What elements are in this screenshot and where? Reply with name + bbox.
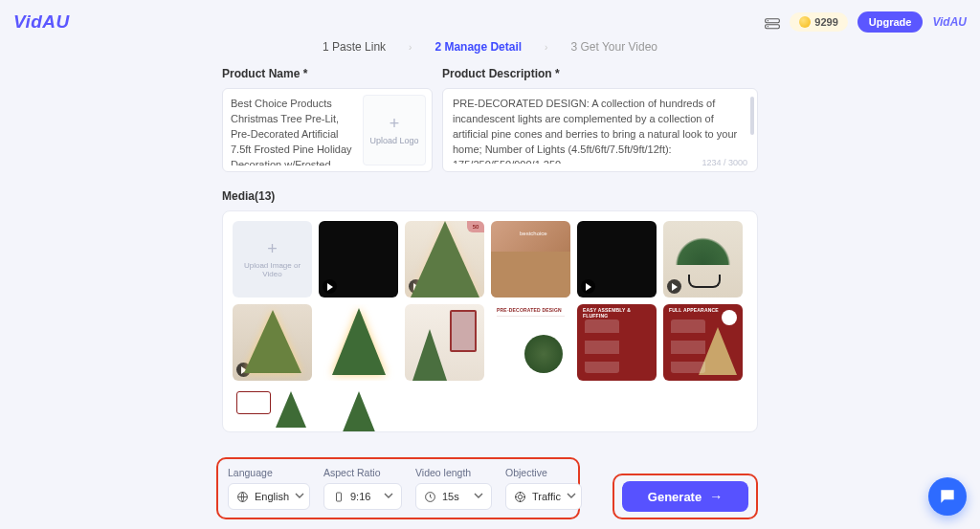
- media-thumb-video[interactable]: 50: [405, 221, 484, 298]
- media-thumb-image[interactable]: [319, 304, 398, 381]
- media-thumb-image[interactable]: [405, 304, 484, 381]
- media-thumb-video[interactable]: [663, 221, 743, 298]
- media-thumb-image[interactable]: [233, 387, 312, 432]
- step-1-paste-link[interactable]: 1 Paste Link: [323, 40, 386, 54]
- chevron-down-icon: [295, 491, 304, 502]
- coin-icon: [799, 16, 811, 28]
- badge: 50: [467, 221, 484, 232]
- upload-media-tile[interactable]: + Upload Image or Video: [233, 221, 312, 298]
- arrow-right-icon: →: [709, 489, 723, 504]
- target-icon: [514, 491, 526, 503]
- chat-fab[interactable]: [928, 477, 967, 516]
- upload-logo-text: Upload Logo: [369, 136, 418, 145]
- phone-portrait-icon: [332, 491, 345, 503]
- brand-small: VidAU: [932, 15, 967, 29]
- main-content: Product Name * Best Choice Products Chri…: [222, 67, 758, 432]
- plus-icon: +: [267, 240, 278, 257]
- play-icon: [323, 279, 337, 294]
- media-thumb-image[interactable]: EASY ASSEMBLY & FLUFFING: [577, 304, 657, 381]
- credits-value: 9299: [814, 16, 837, 28]
- upload-logo-button[interactable]: + Upload Logo: [363, 95, 426, 165]
- media-thumb-video[interactable]: [233, 304, 312, 381]
- media-thumb-image[interactable]: PRE-DECORATED DESIGN: [491, 304, 570, 381]
- bottom-bar: Language English Aspect Ratio 9:16 Video…: [0, 450, 980, 529]
- media-thumb-video[interactable]: [319, 221, 398, 298]
- upgrade-button[interactable]: Upgrade: [858, 11, 924, 33]
- globe-icon: [236, 491, 249, 503]
- media-label: Media(13): [222, 189, 758, 203]
- top-right: 9299 Upgrade VidAU: [765, 11, 967, 33]
- generate-highlight: Generate →: [612, 474, 758, 519]
- box-logo-text: bestchoice: [520, 231, 547, 236]
- language-dropdown[interactable]: English: [228, 483, 310, 510]
- svg-rect-5: [336, 493, 341, 501]
- language-label: Language: [228, 467, 310, 478]
- svg-point-3: [768, 26, 768, 27]
- chevron-right-icon: ›: [409, 42, 412, 53]
- aspect-ratio-value: 9:16: [350, 491, 370, 502]
- char-count: 1234 / 3000: [702, 158, 747, 167]
- objective-label: Objective: [505, 467, 582, 478]
- chevron-down-icon: [567, 491, 576, 502]
- generate-button[interactable]: Generate →: [622, 481, 748, 512]
- wizard-steps: 1 Paste Link › 2 Manage Detail › 3 Get Y…: [0, 40, 980, 54]
- card-title: EASY ASSEMBLY & FLUFFING: [583, 307, 657, 319]
- objective-value: Traffic: [532, 491, 561, 502]
- product-description-card: PRE-DECORATED DESIGN: A collection of hu…: [442, 88, 758, 172]
- video-length-dropdown[interactable]: 15s: [415, 483, 492, 510]
- aspect-ratio-dropdown[interactable]: 9:16: [323, 483, 402, 510]
- logo: VidAU: [13, 11, 70, 33]
- svg-point-8: [518, 495, 522, 498]
- card-title: FULL APPEARANCE: [669, 307, 719, 313]
- video-length-value: 15s: [442, 491, 459, 502]
- chevron-down-icon: [474, 491, 483, 502]
- play-icon: [581, 279, 595, 294]
- play-icon: [667, 279, 681, 294]
- play-icon: [409, 279, 423, 294]
- play-icon: [495, 279, 509, 294]
- step-3-get-video: 3 Get Your Video: [570, 40, 657, 54]
- step-2-manage-detail[interactable]: 2 Manage Detail: [434, 40, 522, 54]
- language-value: English: [255, 491, 289, 502]
- media-thumb-image[interactable]: [319, 387, 398, 432]
- generation-controls: Language English Aspect Ratio 9:16 Video…: [216, 457, 580, 519]
- product-name-label: Product Name *: [222, 67, 433, 80]
- upload-media-text: Upload Image or Video: [236, 261, 308, 278]
- info-dot: [722, 310, 737, 325]
- chevron-right-icon: ›: [545, 42, 547, 53]
- product-name-card: Best Choice Products Christmas Tree Pre-…: [222, 88, 433, 172]
- video-length-label: Video length: [415, 467, 492, 478]
- top-bar: VidAU 9299 Upgrade VidAU: [0, 0, 980, 36]
- svg-point-2: [768, 20, 768, 21]
- media-grid: + Upload Image or Video 50 bestchoice PR…: [233, 221, 747, 432]
- aspect-ratio-label: Aspect Ratio: [323, 467, 402, 478]
- generate-label: Generate: [648, 490, 702, 504]
- product-name-input[interactable]: Best Choice Products Christmas Tree Pre-…: [229, 95, 357, 165]
- scrollbar[interactable]: [750, 97, 754, 135]
- objective-dropdown[interactable]: Traffic: [505, 483, 582, 510]
- clock-icon: [424, 491, 436, 503]
- chevron-down-icon: [384, 491, 393, 502]
- media-thumb-video[interactable]: bestchoice: [491, 221, 570, 298]
- product-description-input[interactable]: PRE-DECORATED DESIGN: A collection of hu…: [453, 97, 747, 164]
- plus-icon: +: [390, 115, 400, 132]
- play-icon: [236, 363, 251, 377]
- card-title: PRE-DECORATED DESIGN: [497, 307, 562, 313]
- storage-icon: [765, 16, 780, 28]
- product-description-label: Product Description *: [442, 67, 758, 80]
- media-panel: + Upload Image or Video 50 bestchoice PR…: [222, 210, 758, 432]
- media-thumb-image[interactable]: FULL APPEARANCE: [663, 304, 743, 381]
- media-thumb-video[interactable]: [577, 221, 657, 298]
- credits-pill[interactable]: 9299: [790, 12, 847, 32]
